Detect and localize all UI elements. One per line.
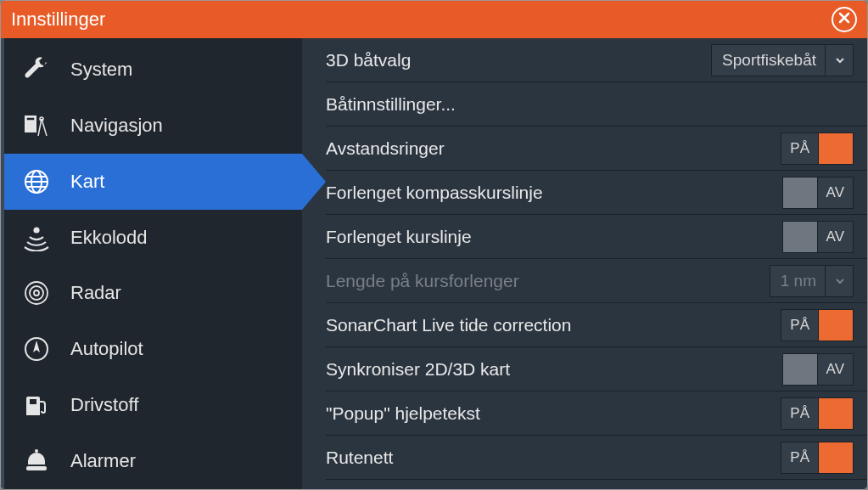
sidebar-item-radar[interactable]: Radar — [4, 266, 302, 322]
fuel-icon — [21, 390, 52, 420]
sidebar-item-sonar[interactable]: Ekkolodd — [4, 210, 302, 266]
sidebar-item-navigation[interactable]: Navigasjon — [4, 98, 302, 154]
toggle-knob — [818, 397, 854, 430]
toggle-state: PÅ — [781, 132, 818, 165]
row-3d-boat[interactable]: 3D båtvalg Sportfiskebåt — [326, 38, 867, 82]
toggle-state: AV — [818, 353, 854, 386]
toggle-knob — [782, 177, 818, 209]
toggle-state: PÅ — [781, 442, 818, 474]
toggle-knob — [818, 132, 854, 165]
sonar-icon — [21, 222, 52, 253]
window-title: Innstillinger — [11, 8, 105, 31]
sidebar-item-label: Navigasjon — [70, 115, 163, 137]
row-ext-heading: Forlenget kompasskurslinje AV — [326, 171, 867, 215]
row-sonarchart: SonarChart Live tide correction PÅ — [326, 303, 867, 347]
content-panel: 3D båtvalg Sportfiskebåt Båtinnstillinge… — [302, 38, 867, 489]
dropdown-value: 1 nm — [781, 272, 816, 290]
sidebar-item-label: Alarmer — [70, 450, 136, 472]
globe-icon — [21, 166, 52, 197]
row-label: Synkroniser 2D/3D kart — [326, 359, 782, 380]
svg-point-5 — [27, 127, 29, 128]
ext-course-toggle[interactable]: AV — [782, 221, 854, 253]
toggle-state: AV — [818, 221, 854, 253]
row-label: SonarChart Live tide correction — [326, 315, 781, 335]
boat3d-dropdown[interactable]: Sportfiskebåt — [711, 44, 854, 76]
row-label: Forlenget kurslinje — [326, 227, 782, 247]
svg-point-2 — [27, 123, 29, 125]
toggle-knob — [818, 309, 854, 341]
sidebar-item-label: Ekkolodd — [70, 227, 148, 249]
range-rings-toggle[interactable]: PÅ — [781, 132, 854, 165]
sidebar-item-label: Autopilot — [70, 338, 143, 360]
svg-point-16 — [35, 449, 38, 453]
radar-icon — [21, 278, 52, 308]
settings-window: Innstillinger System — [0, 0, 868, 490]
svg-rect-14 — [30, 399, 36, 404]
row-label: Avstandsringer — [326, 138, 781, 159]
row-popup: "Popup" hjelpetekst PÅ — [326, 391, 867, 436]
popup-toggle[interactable]: PÅ — [781, 397, 854, 430]
sidebar-item-fuel[interactable]: Drivstoff — [4, 377, 302, 433]
sidebar-item-alarms[interactable]: Alarmer — [4, 433, 302, 489]
svg-rect-1 — [26, 117, 35, 121]
svg-point-12 — [34, 290, 39, 296]
row-grid: Rutenett PÅ — [326, 436, 867, 480]
row-label: Lengde på kursforlenger — [326, 271, 770, 291]
row-label: Forlenget kompasskurslinje — [326, 183, 782, 203]
row-range-rings: Avstandsringer PÅ — [326, 127, 867, 171]
autopilot-icon — [21, 334, 52, 364]
sidebar-item-label: Radar — [70, 282, 121, 304]
toggle-state: PÅ — [781, 309, 818, 341]
wrench-icon — [21, 54, 52, 85]
toggle-state: AV — [818, 177, 854, 209]
sidebar: System Navigasjon — [1, 38, 302, 489]
row-label: "Popup" hjelpetekst — [326, 403, 781, 424]
sidebar-item-system[interactable]: System — [4, 42, 302, 98]
alarm-icon — [21, 446, 52, 476]
ext-heading-toggle[interactable]: AV — [782, 177, 854, 209]
toggle-knob — [782, 221, 818, 253]
svg-point-11 — [30, 286, 43, 300]
sidebar-item-label: Drivstoff — [70, 394, 138, 416]
sonarchart-toggle[interactable]: PÅ — [781, 309, 854, 341]
sync2d3d-toggle[interactable]: AV — [782, 353, 854, 386]
close-icon — [837, 11, 851, 28]
grid-toggle[interactable]: PÅ — [781, 442, 854, 474]
chevron-down-icon — [825, 45, 846, 76]
sidebar-item-label: Kart — [70, 171, 104, 193]
calculator-compass-icon — [21, 110, 52, 141]
dropdown-value: Sportfiskebåt — [722, 51, 816, 70]
toggle-knob — [818, 442, 854, 474]
row-ext-course: Forlenget kurslinje AV — [326, 215, 867, 259]
svg-point-10 — [25, 282, 48, 304]
row-label: 3D båtvalg — [326, 50, 711, 70]
svg-rect-15 — [26, 466, 47, 470]
close-button[interactable] — [832, 7, 857, 32]
row-boat-settings[interactable]: Båtinnstillinger... — [326, 82, 867, 127]
row-label: Båtinnstillinger... — [326, 94, 854, 115]
ext-length-dropdown: 1 nm — [770, 265, 854, 297]
row-label: Rutenett — [326, 448, 781, 468]
toggle-state: PÅ — [781, 397, 818, 430]
titlebar: Innstillinger — [1, 1, 867, 38]
svg-point-6 — [31, 127, 32, 128]
toggle-knob — [782, 353, 818, 386]
sidebar-item-chart[interactable]: Kart — [4, 154, 302, 210]
row-ext-length: Lengde på kursforlenger 1 nm — [326, 259, 867, 303]
window-body: System Navigasjon — [1, 38, 867, 489]
sidebar-item-label: System — [70, 59, 132, 81]
sidebar-item-autopilot[interactable]: Autopilot — [4, 321, 302, 377]
svg-point-3 — [31, 123, 32, 125]
row-sync2d3d: Synkroniser 2D/3D kart AV — [326, 347, 867, 391]
svg-point-9 — [35, 228, 39, 232]
chevron-down-icon — [825, 266, 846, 296]
